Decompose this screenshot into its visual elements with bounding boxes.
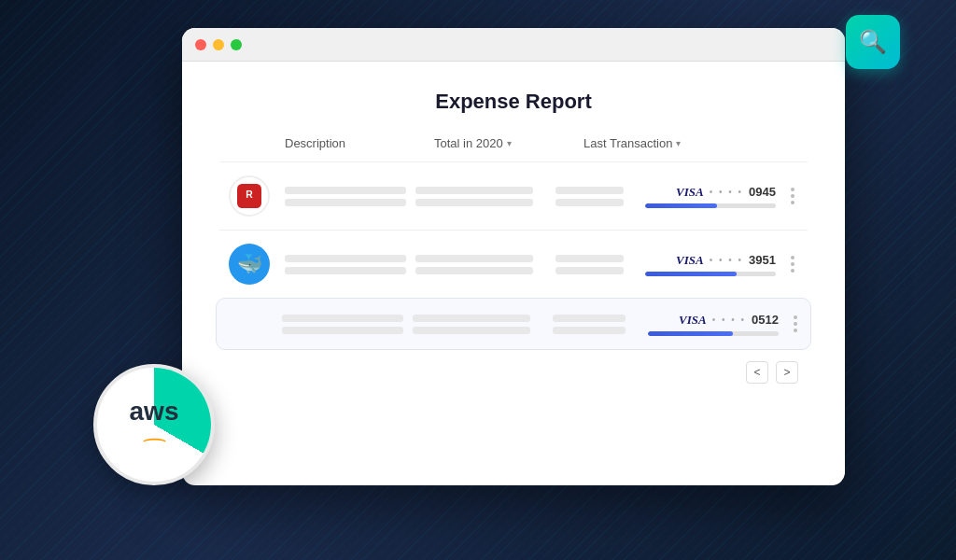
total-chevron-icon: ▾ [507, 138, 512, 148]
visa-dots: • • • • [710, 187, 743, 197]
content-area: Expense Report Description Total in 2020… [182, 62, 845, 485]
total-placeholder [415, 255, 555, 274]
prev-page-button[interactable]: < [746, 361, 768, 384]
trans-placeholder [555, 187, 645, 206]
desc-placeholder [285, 255, 415, 274]
row-content [285, 187, 645, 206]
redis-icon: R [229, 175, 270, 217]
row-menu-button[interactable] [787, 252, 798, 276]
next-page-button[interactable]: > [776, 361, 798, 384]
docker-whale-icon: 🐳 [237, 252, 262, 276]
aws-arrow-icon: ⌢ [141, 427, 167, 451]
visa-progress-bar [648, 331, 779, 336]
visa-number: 0945 [749, 185, 776, 199]
total-placeholder [413, 315, 553, 334]
col-header-description: Description [285, 136, 434, 150]
visa-row: VISA • • • • 0945 [676, 185, 776, 200]
trans-placeholder [555, 255, 645, 274]
visa-label: VISA [676, 253, 704, 268]
aws-badge: aws ⌢ [93, 364, 215, 485]
visa-number: 0512 [752, 313, 779, 327]
row-menu-button[interactable] [790, 312, 801, 336]
pagination: < > [219, 350, 808, 384]
browser-window: Expense Report Description Total in 2020… [182, 28, 845, 485]
visa-label: VISA [679, 313, 707, 328]
report-title: Expense Report [219, 90, 808, 114]
visa-progress-bar [645, 203, 776, 208]
total-placeholder [415, 187, 555, 206]
row-content [285, 255, 645, 274]
visa-label: VISA [676, 185, 704, 200]
visa-info: VISA • • • • 0512 [648, 313, 779, 336]
table-row[interactable]: R [219, 161, 808, 230]
svg-text:R: R [246, 189, 253, 200]
visa-info: VISA • • • • 3951 [645, 253, 776, 276]
desc-placeholder [282, 315, 413, 334]
search-fab-button[interactable]: 🔍 [846, 15, 900, 69]
visa-row: VISA • • • • 0512 [679, 313, 779, 328]
row-content [282, 315, 648, 334]
visa-progress-bar [645, 272, 776, 276]
visa-row: VISA • • • • 3951 [676, 253, 776, 268]
search-fab-icon: 🔍 [859, 29, 887, 55]
browser-titlebar [182, 28, 845, 62]
visa-info: VISA • • • • 0945 [645, 185, 776, 208]
transaction-chevron-icon: ▾ [676, 138, 681, 148]
table-row[interactable]: 🐳 [219, 230, 808, 298]
window-close-dot[interactable] [195, 39, 206, 50]
window-minimize-dot[interactable] [213, 39, 224, 50]
visa-dots: • • • • [712, 315, 746, 325]
col-header-total[interactable]: Total in 2020 ▾ [434, 136, 583, 150]
trans-placeholder [553, 315, 648, 334]
row-menu-button[interactable] [787, 184, 798, 208]
col-header-transaction[interactable]: Last Transaction ▾ [583, 136, 798, 150]
table-header: Description Total in 2020 ▾ Last Transac… [219, 136, 808, 161]
visa-number: 3951 [749, 253, 776, 267]
docker-icon: 🐳 [229, 244, 270, 285]
window-maximize-dot[interactable] [231, 39, 242, 50]
aws-logo-text: aws [130, 399, 179, 425]
table-row-selected[interactable]: VISA • • • • 0512 [216, 298, 811, 350]
desc-placeholder [285, 187, 415, 206]
visa-dots: • • • • [710, 255, 743, 265]
